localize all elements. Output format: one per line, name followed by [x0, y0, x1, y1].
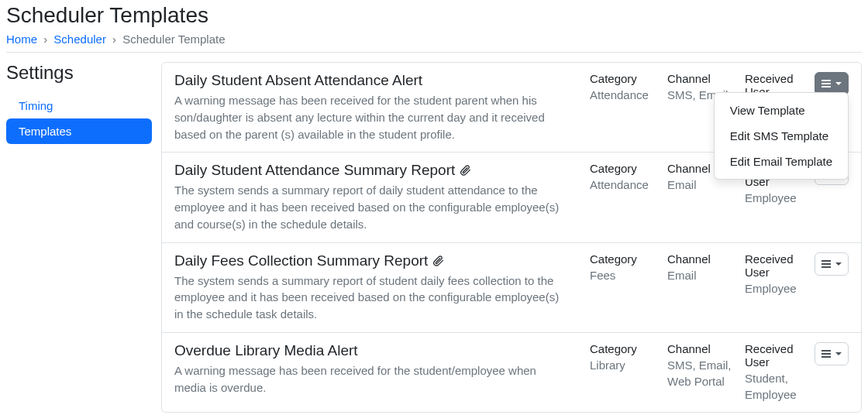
channel-label: Channel [667, 252, 739, 266]
channel-value: Email [667, 267, 739, 283]
list-icon [822, 259, 832, 269]
category-label: Category [590, 72, 661, 85]
chevron-down-icon [835, 82, 842, 85]
chevron-down-icon [835, 262, 842, 266]
template-title-text: Daily Fees Collection Summary Report [174, 252, 428, 269]
received-user-value: Employee [745, 190, 808, 206]
template-title-text: Daily Student Attendance Summary Report [174, 162, 455, 179]
template-description: A warning message has been received for … [174, 362, 562, 396]
breadcrumb-scheduler[interactable]: Scheduler [53, 33, 106, 46]
paperclip-icon [432, 255, 444, 267]
list-icon [822, 79, 832, 88]
received-user-value: Employee [745, 280, 808, 297]
sidebar-item-timing[interactable]: Timing [6, 93, 152, 118]
channel-value: SMS, Email, Web Portal [667, 357, 739, 389]
category-label: Category [590, 252, 661, 266]
template-title: Daily Student Attendance Summary Report [174, 162, 577, 179]
breadcrumb: Home › Scheduler › Scheduler Template [6, 33, 862, 46]
category-value: Attendance [590, 87, 661, 103]
edit-sms-template-item[interactable]: Edit SMS Template [715, 123, 848, 149]
channel-label: Channel [667, 342, 739, 355]
template-description: The system sends a summary report of stu… [174, 273, 562, 323]
template-row: Overdue Library Media Alert A warning me… [162, 333, 861, 412]
sidebar-item-templates[interactable]: Templates [6, 118, 152, 144]
template-title: Daily Student Absent Attendance Alert [174, 72, 577, 89]
sidebar-title: Settings [6, 62, 152, 84]
template-description: The system sends a summary report of dai… [174, 182, 562, 232]
chevron-down-icon [835, 352, 842, 355]
breadcrumb-separator: › [112, 33, 116, 46]
template-title-text: Daily Student Absent Attendance Alert [174, 72, 422, 89]
received-user-label: Received User [745, 252, 808, 279]
breadcrumb-current: Scheduler Template [122, 33, 225, 46]
template-row: Daily Student Absent Attendance Alert A … [162, 63, 861, 153]
actions-dropdown: View Template Edit SMS Template Edit Ema… [714, 92, 849, 180]
divider [6, 52, 862, 53]
received-user-value: Student, Employee [745, 370, 808, 403]
template-title: Daily Fees Collection Summary Report [174, 252, 577, 269]
category-label: Category [590, 162, 661, 175]
template-description: A warning message has been received for … [174, 92, 562, 142]
breadcrumb-home[interactable]: Home [6, 33, 37, 46]
category-value: Fees [590, 267, 661, 283]
page-title: Scheduler Templates [6, 3, 862, 28]
template-row: Daily Fees Collection Summary Report The… [162, 243, 861, 333]
category-value: Attendance [590, 177, 661, 193]
view-template-item[interactable]: View Template [715, 98, 848, 123]
channel-label: Channel [667, 72, 739, 85]
received-user-label: Received User [745, 342, 808, 369]
template-title-text: Overdue Library Media Alert [174, 342, 358, 359]
list-icon [822, 349, 832, 358]
actions-menu-button[interactable] [815, 252, 849, 276]
actions-menu-button[interactable] [815, 342, 849, 365]
templates-list: Daily Student Absent Attendance Alert A … [161, 62, 862, 413]
category-label: Category [590, 342, 661, 355]
settings-sidebar: Settings Timing Templates [6, 62, 161, 413]
templates-main: Daily Student Absent Attendance Alert A … [161, 62, 862, 413]
edit-email-template-item[interactable]: Edit Email Template [715, 149, 848, 174]
template-title: Overdue Library Media Alert [174, 342, 577, 359]
breadcrumb-separator: › [43, 33, 47, 46]
paperclip-icon [460, 164, 471, 177]
category-value: Library [590, 357, 661, 373]
